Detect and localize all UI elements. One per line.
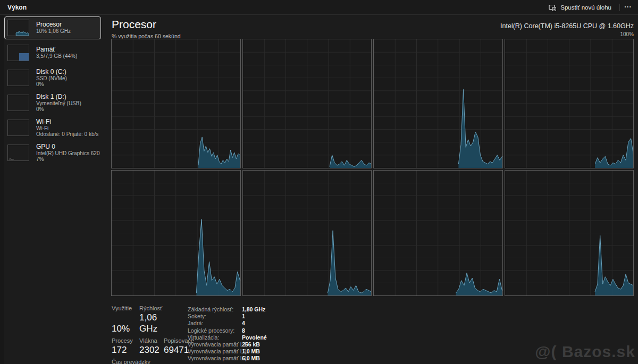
run-new-task-label: Spustiť novú úlohu	[560, 4, 611, 11]
stat-label: Vlákna	[139, 337, 164, 344]
cpu-model-name: Intel(R) Core(TM) i5-8265U CPU @ 1.60GHz	[500, 22, 634, 30]
sidebar-item-subtext: 7%	[36, 156, 98, 163]
cpu-core-graph-cpu-4[interactable]	[111, 170, 241, 296]
sidebar-item-text: GPU 0Intel(R) UHD Graphics 6207%	[36, 143, 98, 163]
stat-label: Rýchlosť	[139, 305, 164, 312]
sidebar-item-subtext: 0%	[36, 81, 67, 88]
detail-row: Logické procesory:8	[188, 327, 267, 334]
stat-value: 172	[112, 344, 139, 355]
detail-value: 256 kB	[242, 341, 260, 348]
sidebar-item-text: Disk 0 (C:)SSD (NVMe)0%	[36, 69, 67, 88]
detail-label: Vyrovnávacia pamäť L3:	[188, 355, 242, 362]
sidebar-item-subtext: Odoslané: 0 Prijaté: 0 kb/s	[36, 131, 98, 138]
sidebar-item-pam-[interactable]: Pamäť3,5/7,9 GB (44%)	[4, 41, 101, 64]
detail-row: Sokety:1	[188, 313, 267, 320]
sidebar-item-thumbnail	[7, 120, 29, 136]
cpu-core-graphs-grid	[111, 39, 634, 296]
sidebar-item-title: Disk 1 (D:)	[36, 94, 81, 100]
detail-value: 1,80 GHz	[242, 306, 265, 313]
sidebar-item-title: Wi-Fi	[36, 118, 98, 125]
detail-value: 1	[242, 313, 245, 320]
left-rail	[0, 15, 4, 364]
sidebar-item-subtext: 0%	[36, 106, 81, 113]
sidebar-item-text: Procesor10% 1,06 GHz	[36, 21, 71, 35]
stat-value: 69471	[164, 344, 189, 355]
detail-value: 6,0 MB	[242, 355, 260, 362]
watermark: @( Bazos.sk	[535, 343, 635, 361]
more-options-button[interactable]: ...	[621, 1, 635, 10]
stat-label: Využitie	[112, 305, 139, 312]
graph-scale-label: 100%	[620, 31, 634, 37]
detail-value: 4	[242, 320, 245, 327]
sidebar-item-thumbnail	[7, 95, 29, 111]
sidebar-item-disk-0-c-[interactable]: Disk 0 (C:)SSD (NVMe)0%	[4, 66, 101, 89]
toolbar-separator	[619, 4, 620, 11]
sidebar-item-subtext: 3,5/7,9 GB (44%)	[36, 53, 77, 60]
detail-value: 1,0 MB	[242, 348, 260, 355]
sidebar-item-title: Disk 0 (C:)	[36, 69, 67, 75]
new-task-icon	[549, 4, 556, 11]
performance-sidebar: Procesor10% 1,06 GHzPamäť3,5/7,9 GB (44%…	[4, 16, 101, 166]
sidebar-item-procesor[interactable]: Procesor10% 1,06 GHz	[4, 16, 101, 39]
sidebar-item-thumbnail	[7, 45, 29, 61]
detail-value: 8	[242, 327, 245, 334]
detail-value: Povolené	[242, 334, 267, 341]
detail-label: Vyrovnávacia pamäť L1:	[188, 341, 242, 348]
top-bar: Výkon Spustiť novú úlohu ...	[0, 0, 638, 15]
sidebar-item-subtext: SSD (NVMe)	[36, 75, 67, 82]
sidebar-item-text: Disk 1 (D:)Vymeniteľný (USB)0%	[36, 94, 81, 113]
detail-label: Virtualizácia:	[188, 334, 242, 341]
stat-label: Procesy	[112, 337, 139, 344]
detail-label: Základná rýchlosť:	[188, 306, 242, 313]
sidebar-item-thumbnail	[7, 145, 29, 161]
sidebar-item-thumbnail	[7, 20, 29, 36]
cpu-core-graph-cpu-5[interactable]	[242, 170, 372, 296]
detail-label: Sokety:	[188, 313, 242, 320]
cpu-core-graph-cpu-3[interactable]	[505, 39, 634, 168]
detail-row: Vyrovnávacia pamäť L1:256 kB	[188, 341, 267, 348]
sidebar-item-gpu-0[interactable]: GPU 0Intel(R) UHD Graphics 6207%	[4, 141, 101, 164]
cpu-stats-primary: VyužitieRýchlosť10%1,06 GHzProcesyVlákna…	[112, 305, 194, 364]
stat-value: 1,06 GHz	[139, 312, 164, 334]
task-manager-window: Výkon Spustiť novú úlohu ... Procesor10%…	[0, 0, 638, 364]
sidebar-item-subtext: 10% 1,06 GHz	[36, 28, 71, 35]
detail-row: Virtualizácia:Povolené	[188, 334, 267, 341]
stat-value: 10%	[112, 323, 139, 334]
sidebar-item-thumbnail	[7, 70, 29, 86]
sidebar-item-subtext: Vymeniteľný (USB)	[36, 100, 81, 107]
cpu-core-graph-cpu-6[interactable]	[373, 170, 503, 296]
uptime-label: Čas prevádzky	[112, 359, 194, 364]
cpu-core-graph-cpu-2[interactable]	[373, 39, 503, 168]
sidebar-item-title: GPU 0	[36, 143, 98, 150]
cpu-stats-details: Základná rýchlosť:1,80 GHzSokety:1Jadrá:…	[188, 306, 267, 362]
sidebar-item-subtext: Intel(R) UHD Graphics 620	[36, 150, 98, 157]
detail-row: Základná rýchlosť:1,80 GHz	[188, 306, 267, 313]
detail-label: Vyrovnávacia pamäť L2:	[188, 348, 242, 355]
sidebar-item-wi-fi[interactable]: Wi-FiWi-FiOdoslané: 0 Prijaté: 0 kb/s	[4, 116, 101, 139]
sidebar-item-title: Procesor	[36, 21, 71, 28]
stat-value: 2302	[139, 344, 164, 355]
sidebar-item-title: Pamäť	[36, 46, 77, 53]
cpu-core-graph-cpu-1[interactable]	[242, 39, 372, 168]
main-section-title: Procesor	[112, 18, 156, 31]
cpu-core-graph-cpu-7[interactable]	[505, 170, 634, 296]
sidebar-item-disk-1-d-[interactable]: Disk 1 (D:)Vymeniteľný (USB)0%	[4, 91, 101, 114]
sidebar-item-subtext: Wi-Fi	[36, 125, 98, 132]
run-new-task-button[interactable]: Spustiť novú úlohu	[545, 1, 615, 13]
cpu-core-graph-cpu-0[interactable]	[111, 39, 241, 168]
detail-label: Jadrá:	[188, 320, 242, 327]
page-title: Výkon	[7, 4, 27, 11]
detail-label: Logické procesory:	[188, 327, 242, 334]
detail-row: Jadrá:4	[188, 320, 267, 327]
detail-row: Vyrovnávacia pamäť L2:1,0 MB	[188, 348, 267, 355]
detail-row: Vyrovnávacia pamäť L3:6,0 MB	[188, 355, 267, 362]
sidebar-item-text: Wi-FiWi-FiOdoslané: 0 Prijaté: 0 kb/s	[36, 118, 98, 138]
sidebar-item-text: Pamäť3,5/7,9 GB (44%)	[36, 46, 77, 60]
